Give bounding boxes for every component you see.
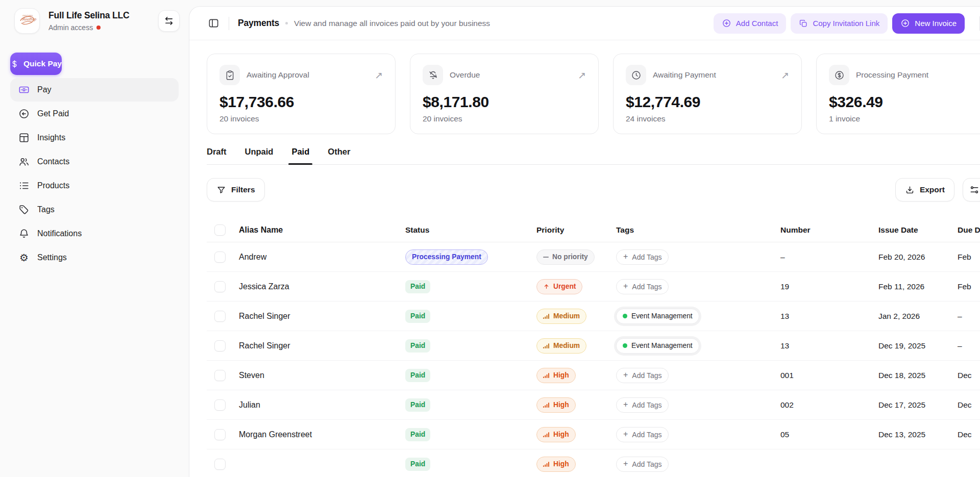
table-row[interactable]: Morgan Greenstreet Paid High +Add Tags 0… xyxy=(207,420,980,449)
tab-other[interactable]: Other xyxy=(328,147,350,164)
summary-card-awaiting-approval[interactable]: Awaiting Approval ↗ $17,736.66 20 invoic… xyxy=(207,54,396,134)
select-all-checkbox[interactable] xyxy=(214,224,226,236)
sidebar-item-notifications[interactable]: Notifications xyxy=(10,222,179,245)
priority-badge[interactable]: High xyxy=(536,427,576,442)
table-row[interactable]: Andrew Processing Payment No priority +A… xyxy=(207,242,980,272)
svg-text:CREATURES: CREATURES xyxy=(22,15,33,17)
tab-unpaid[interactable]: Unpaid xyxy=(245,147,274,164)
switch-workspace-button[interactable] xyxy=(158,10,180,32)
priority-badge[interactable]: High xyxy=(536,397,576,413)
invoice-number: 13 xyxy=(780,341,878,350)
sidebar-item-products[interactable]: Products xyxy=(10,174,179,197)
title-separator-dot xyxy=(285,22,288,24)
priority-badge[interactable]: Urgent xyxy=(536,279,582,294)
tag-chip[interactable]: Event Management xyxy=(616,309,699,324)
table-row[interactable]: Jessica Zarza Paid Urgent +Add Tags 19 F… xyxy=(207,272,980,302)
due-date: – xyxy=(958,341,980,350)
sidebar-item-label: Get Paid xyxy=(37,109,69,118)
row-checkbox[interactable] xyxy=(214,429,226,440)
row-checkbox[interactable] xyxy=(214,252,226,263)
new-invoice-button[interactable]: New Invoice xyxy=(892,13,965,34)
sidebar-toggle-button[interactable] xyxy=(207,17,220,30)
alias-name: Jessica Zarza xyxy=(231,282,405,291)
tab-draft[interactable]: Draft xyxy=(207,147,227,164)
card-count: 20 invoices xyxy=(423,114,586,123)
row-checkbox[interactable] xyxy=(214,311,226,322)
due-date: Dec xyxy=(958,400,980,410)
page-subtitle: View and manage all invoices paid out by… xyxy=(294,19,490,28)
alias-name: Andrew xyxy=(231,253,405,262)
sidebar-item-label: Products xyxy=(37,181,69,190)
status-dot xyxy=(96,26,101,30)
add-tags-button[interactable]: +Add Tags xyxy=(616,457,669,472)
status-badge: Paid xyxy=(405,428,430,441)
add-contact-button[interactable]: Add Contact xyxy=(714,13,787,34)
add-tags-button[interactable]: +Add Tags xyxy=(616,249,669,265)
plus-icon: + xyxy=(623,371,628,379)
view-settings-button[interactable] xyxy=(963,178,980,202)
summary-card-awaiting-payment[interactable]: Awaiting Payment ↗ $12,774.69 24 invoice… xyxy=(613,54,802,134)
signal-bars-icon xyxy=(543,372,550,379)
tag-chip[interactable]: Event Management xyxy=(616,338,699,354)
filters-button[interactable]: Filters xyxy=(207,178,265,202)
add-tags-button[interactable]: +Add Tags xyxy=(616,368,669,383)
alias-name: Morgan Greenstreet xyxy=(231,430,405,439)
rooftop-logo-art: Rooftop CREATURES xyxy=(17,11,37,31)
tab-paid[interactable]: Paid xyxy=(291,147,309,164)
priority-badge[interactable]: No priority xyxy=(536,249,595,265)
priority-badge[interactable]: Medium xyxy=(536,309,586,324)
priority-badge[interactable]: High xyxy=(536,368,576,383)
add-tags-button[interactable]: +Add Tags xyxy=(616,279,669,294)
add-tags-button[interactable]: +Add Tags xyxy=(616,397,669,413)
column-priority[interactable]: Priority xyxy=(536,225,616,235)
column-status[interactable]: Status xyxy=(405,225,536,235)
sidebar-item-get-paid[interactable]: Get Paid xyxy=(10,102,179,125)
sidebar-item-contacts[interactable]: Contacts xyxy=(10,150,179,173)
row-checkbox[interactable] xyxy=(214,281,226,292)
row-checkbox[interactable] xyxy=(214,370,226,381)
plus-icon: + xyxy=(623,400,628,409)
table-row[interactable]: Paid High +Add Tags xyxy=(207,449,980,477)
copy-invitation-link-button[interactable]: Copy Invitation Link xyxy=(791,13,888,34)
row-checkbox[interactable] xyxy=(214,399,226,411)
priority-badge[interactable]: High xyxy=(536,457,576,472)
summary-card-overdue[interactable]: Overdue ↗ $8,171.80 20 invoices xyxy=(410,54,599,134)
row-checkbox[interactable] xyxy=(214,459,226,470)
sidebar-item-pay[interactable]: Pay xyxy=(10,78,179,102)
issue-date: Dec 13, 2025 xyxy=(878,430,958,439)
column-alias-name[interactable]: Alias Name xyxy=(231,225,405,235)
table-row[interactable]: Steven Paid High +Add Tags 001 Dec 18, 2… xyxy=(207,361,980,390)
invoices-table: Alias Name Status Priority Tags Number I… xyxy=(207,218,980,477)
sidebar-item-tags[interactable]: Tags xyxy=(10,198,179,221)
quick-pay-button[interactable]: Quick Pay xyxy=(10,53,62,75)
invoice-number: 002 xyxy=(780,400,878,410)
plus-circle-icon xyxy=(900,18,910,28)
invoice-tabs: Draft Unpaid Paid Other xyxy=(207,134,980,165)
column-number[interactable]: Number xyxy=(780,225,878,235)
column-due-date[interactable]: Due Date xyxy=(958,225,980,235)
row-checkbox[interactable] xyxy=(214,340,226,352)
alias-name: Steven xyxy=(231,371,405,380)
company-logo[interactable]: Rooftop CREATURES xyxy=(14,8,40,34)
sidebar-item-insights[interactable]: Insights xyxy=(10,126,179,149)
add-tags-button[interactable]: +Add Tags xyxy=(616,427,669,442)
list-icon xyxy=(18,180,30,191)
priority-badge[interactable]: Medium xyxy=(536,338,586,354)
plus-icon: + xyxy=(623,253,628,261)
table-row[interactable]: Rachel Singer Paid Medium Event Manageme… xyxy=(207,302,980,331)
summary-card-processing-payment[interactable]: Processing Payment ↗ $326.49 1 invoice xyxy=(816,54,980,134)
column-tags[interactable]: Tags xyxy=(616,225,780,235)
swap-arrows-icon xyxy=(164,16,174,26)
open-arrow-icon[interactable]: ↗ xyxy=(375,70,383,80)
open-arrow-icon[interactable]: ↗ xyxy=(578,70,586,80)
export-button[interactable]: Export xyxy=(895,178,954,202)
sidebar-item-settings[interactable]: ⚙ Settings xyxy=(10,246,179,269)
open-arrow-icon[interactable]: ↗ xyxy=(781,70,789,80)
issue-date: Dec 19, 2025 xyxy=(878,341,958,350)
alias-name: Rachel Singer xyxy=(231,312,405,321)
plus-icon: + xyxy=(623,282,628,290)
signal-bars-icon xyxy=(543,431,550,438)
column-issue-date[interactable]: Issue Date xyxy=(878,225,958,235)
table-row[interactable]: Julian Paid High +Add Tags 002 Dec 17, 2… xyxy=(207,390,980,420)
table-row[interactable]: Rachel Singer Paid Medium Event Manageme… xyxy=(207,331,980,361)
